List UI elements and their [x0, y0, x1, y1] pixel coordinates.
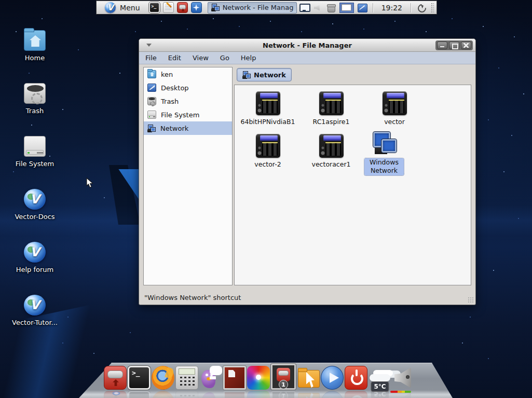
sidebar-item-trash[interactable]: Trash — [144, 94, 232, 108]
control-center-launcher-icon[interactable] — [191, 2, 202, 13]
workspace-switcher[interactable] — [339, 3, 354, 13]
file-item-windows-network[interactable]: Windows Network — [364, 132, 404, 175]
sidebar-item-desktop[interactable]: Desktop — [144, 81, 232, 94]
sidebar-item-label: Desktop — [161, 84, 189, 92]
nas-server-icon — [256, 134, 280, 158]
dock-weather-icon[interactable]: 5°C — [369, 366, 391, 390]
display-tray-icon[interactable] — [299, 3, 309, 12]
desktop-icon-vector-docs[interactable]: Vector-Docs — [10, 189, 60, 221]
menu-button-label: Menu — [120, 4, 140, 12]
file-item-label: 64bitHPNivdiaB1 — [241, 118, 295, 126]
dock-shutdown-icon[interactable] — [345, 366, 367, 390]
menubar: File Edit View Go Help — [139, 52, 475, 64]
menu-edit[interactable]: Edit — [168, 54, 181, 62]
dock-terminal-icon[interactable] — [128, 366, 151, 390]
dock-pidgin-icon[interactable] — [199, 366, 222, 390]
nas-server-icon — [256, 91, 280, 115]
file-item-vector[interactable]: vector — [364, 91, 425, 126]
trash-icon — [147, 97, 156, 105]
path-button-label: Network — [254, 71, 286, 79]
menu-go[interactable]: Go — [220, 54, 229, 62]
menu-file[interactable]: File — [145, 54, 157, 62]
windows-network-icon — [372, 132, 397, 156]
dock-open-window-gslapt[interactable]: 1 — [271, 364, 296, 390]
file-view[interactable]: 64bitHPNivdiaB1 RC1aspire1 vector vector… — [234, 85, 471, 285]
network-icon — [211, 4, 220, 11]
taskbar-item-label: Network - File Manager — [223, 4, 293, 11]
desktop-icon-label: Vector-Docs — [15, 213, 54, 221]
desktop-icon-help-forum[interactable]: Help forum — [10, 242, 60, 273]
menu-help[interactable]: Help — [241, 54, 256, 62]
dock-file-manager-icon[interactable] — [297, 366, 320, 390]
vector-globe-icon — [24, 295, 46, 315]
network-icon — [242, 71, 251, 79]
file-item-RC1aspire1[interactable]: RC1aspire1 — [301, 91, 361, 126]
package-manager-launcher-icon[interactable] — [177, 2, 188, 13]
side-pane: ken Desktop Trash File System Network — [143, 67, 233, 285]
file-item-label-selected: Windows Network — [364, 158, 404, 175]
dock-firefox-icon[interactable] — [152, 366, 174, 390]
logout-icon[interactable] — [416, 3, 427, 12]
desktop-icon-label: Trash — [26, 107, 44, 115]
sidebar-item-ken[interactable]: ken — [144, 67, 232, 81]
sidebar-item-file-system[interactable]: File System — [144, 108, 232, 121]
sidebar-item-label: Network — [160, 125, 188, 132]
path-button-network[interactable]: Network — [237, 68, 292, 81]
desktop-icon-label: File System — [16, 160, 54, 168]
cursor-arrow-icon — [306, 372, 318, 388]
desktop-icon — [147, 84, 156, 92]
network-icon — [147, 125, 156, 132]
titlebar[interactable]: Network - File Manager — [139, 39, 475, 52]
vector-globe-icon — [24, 189, 46, 210]
dock-file-cabinet-icon[interactable] — [223, 366, 246, 390]
dock: 1 5°C — [104, 364, 415, 390]
nas-server-icon — [319, 134, 344, 158]
file-manager-window: Network - File Manager File Edit View Go… — [139, 38, 476, 305]
volume-tray-icon[interactable] — [312, 3, 323, 12]
minimize-button[interactable] — [437, 42, 447, 49]
resize-grip[interactable] — [468, 297, 474, 303]
sidebar-item-label: File System — [161, 111, 199, 119]
panel-drag-handle[interactable] — [431, 3, 434, 12]
desktop-icon-home[interactable]: Home — [10, 30, 60, 62]
display-settings-tray-icon[interactable] — [357, 3, 367, 12]
status-text: "Windows Network" shortcut — [144, 294, 241, 301]
trash-icon — [24, 83, 46, 104]
dock-media-player-icon[interactable] — [321, 366, 344, 390]
menu-button[interactable]: Menu — [100, 1, 143, 14]
home-folder-icon — [24, 30, 46, 51]
dock-color-wheel-icon[interactable] — [247, 366, 270, 390]
workspace-1[interactable] — [342, 4, 351, 11]
top-panel: Menu Network - File Manager 19:22 — [96, 1, 437, 15]
print-queue-tray-icon[interactable] — [326, 3, 336, 12]
dock-volume-icon[interactable] — [392, 366, 415, 390]
file-item-vectoracer1[interactable]: vectoracer1 — [301, 134, 361, 169]
desktop-icon-file-system[interactable]: File System — [10, 136, 60, 168]
home-folder-icon — [147, 70, 156, 78]
file-item-vector-2[interactable]: vector-2 — [238, 134, 298, 169]
sidebar-item-network[interactable]: Network — [144, 121, 232, 135]
maximize-button[interactable] — [449, 42, 459, 49]
mouse-cursor — [86, 177, 94, 189]
drive-icon — [24, 136, 46, 157]
drive-icon — [147, 111, 156, 119]
clock[interactable]: 19:22 — [378, 4, 405, 12]
system-tray: 19:22 — [299, 3, 435, 13]
weather-temperature-badge: 5°C — [371, 381, 389, 392]
dock-calculator-icon[interactable] — [175, 366, 198, 390]
window-title: Network - File Manager — [139, 42, 475, 49]
text-editor-launcher-icon[interactable] — [163, 2, 174, 13]
desktop-icon-vector-tutorial[interactable]: Vector-Tutor... — [10, 295, 60, 326]
pidgin-beak — [207, 377, 211, 380]
desktop-icon-label: Vector-Tutor... — [12, 319, 58, 326]
close-button[interactable] — [461, 42, 471, 49]
window-controls — [435, 40, 473, 50]
dock-package-manager-icon[interactable] — [104, 366, 127, 390]
taskbar-item-network-file-manager[interactable]: Network - File Manager — [208, 2, 297, 13]
desktop-icon-label: Home — [25, 54, 45, 62]
window-body: ken Desktop Trash File System Network — [139, 65, 475, 289]
desktop-icon-trash[interactable]: Trash — [10, 83, 60, 115]
file-item-64bitHPNivdiaB1[interactable]: 64bitHPNivdiaB1 — [238, 91, 298, 126]
menu-view[interactable]: View — [193, 54, 209, 62]
terminal-launcher-icon[interactable] — [149, 2, 160, 13]
